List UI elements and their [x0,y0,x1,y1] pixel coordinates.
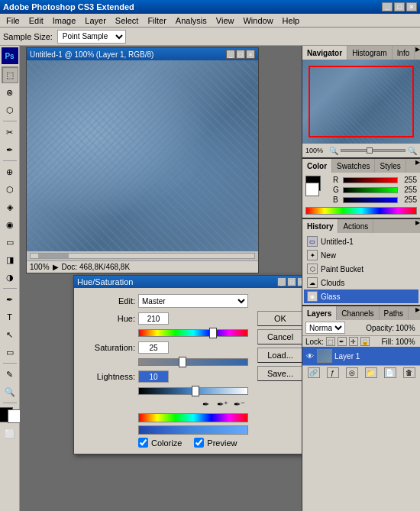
canvas-image[interactable] [27,60,258,251]
minimize-button[interactable]: _ [382,2,393,11]
layer-item-1[interactable]: 👁 Layer 1 [302,347,420,365]
lock-paint-icon[interactable]: ✒ [338,337,347,346]
tab-channels[interactable]: Channels [337,306,379,320]
zoom-in-icon[interactable]: 🔍 [408,147,417,155]
menu-file[interactable]: File [2,14,24,27]
tab-color[interactable]: Color [302,159,332,173]
tool-dodge[interactable]: ◑ [2,269,18,286]
add-style-button[interactable]: ƒ [327,367,339,378]
add-mask-button[interactable]: ◎ [346,367,358,378]
sat-input[interactable] [138,341,169,354]
tool-history-brush[interactable]: ◉ [2,216,18,233]
history-item-untitled[interactable]: ▭ Untitled-1 [304,234,418,248]
cancel-button[interactable]: Cancel [257,329,302,344]
background-swatch[interactable] [305,183,319,196]
tool-type[interactable]: T [2,309,18,325]
canvas-maximize[interactable]: □ [236,50,245,59]
dialog-minimize[interactable]: _ [277,277,286,286]
eyedropper-icon[interactable]: ✒ [199,398,212,410]
dialog-close[interactable]: × [297,277,302,286]
nav-slider-track[interactable] [341,149,405,152]
link-layers-button[interactable]: 🔗 [308,367,320,378]
channel-r-slider[interactable] [343,177,398,183]
colorize-input[interactable] [138,438,148,448]
lock-position-icon[interactable]: ✛ [349,337,358,346]
canvas-status-arrow[interactable]: ▶ [53,263,59,271]
menu-layer[interactable]: Layer [80,14,111,27]
tool-stamp[interactable]: ◈ [2,199,18,215]
eyedropper-plus-icon[interactable]: ✒⁺ [216,398,228,410]
lock-transparent-icon[interactable]: ⬚ [326,337,335,346]
light-input[interactable] [138,370,169,383]
save-button[interactable]: Save... [257,366,302,381]
tab-histogram[interactable]: Histogram [347,46,393,60]
preview-checkbox[interactable]: Preview [194,438,237,448]
tool-brush[interactable]: ⬡ [2,181,18,198]
layer-eye-icon[interactable]: 👁 [305,351,315,361]
history-item-new[interactable]: ✦ New [304,248,418,262]
load-button[interactable]: Load... [257,348,302,363]
layers-mode-select[interactable]: Normal [305,322,345,334]
tool-zoom[interactable]: 🔍 [2,383,18,400]
tab-paths[interactable]: Paths [380,306,409,320]
tab-info[interactable]: Info [393,46,415,60]
eyedropper-minus-icon[interactable]: ✒⁻ [233,398,245,410]
tool-mode-toggle[interactable]: ⬜ [2,425,18,442]
history-item-clouds[interactable]: ☁ Clouds [304,276,418,289]
close-button[interactable]: × [406,2,417,11]
sat-slider-thumb[interactable] [179,357,186,367]
light-slider-thumb[interactable] [192,386,199,396]
nav-red-box[interactable] [309,66,414,137]
lock-all-icon[interactable]: 🔒 [360,337,370,346]
channel-g-slider[interactable] [343,187,398,193]
colorize-checkbox[interactable]: Colorize [138,438,182,448]
tab-history[interactable]: History [302,219,338,233]
history-panel-arrow[interactable]: ▶ [415,219,420,233]
menu-image[interactable]: Image [48,14,81,27]
canvas-close[interactable]: × [246,50,255,59]
tool-pen[interactable]: ✒ [2,291,18,308]
hue-slider-thumb[interactable] [209,328,217,338]
nav-slider-thumb[interactable] [367,147,373,154]
history-item-glass[interactable]: ◈ Glass [304,289,418,303]
canvas-scrollbar-h[interactable] [27,251,258,260]
menu-view[interactable]: View [212,14,239,27]
tab-layers[interactable]: Layers [302,306,337,320]
color-spectrum[interactable] [305,207,417,215]
new-group-button[interactable]: 📁 [365,367,377,378]
menu-window[interactable]: Window [238,14,277,27]
delete-layer-button[interactable]: 🗑 [403,367,415,378]
history-item-paintbucket[interactable]: ⬡ Paint Bucket [304,262,418,276]
dialog-maximize[interactable]: □ [287,277,296,286]
tool-marquee[interactable]: ⬚ [2,66,18,83]
tool-eyedropper[interactable]: ✒ [2,141,18,158]
tool-lasso[interactable]: ⊗ [2,84,18,101]
menu-filter[interactable]: Filter [143,14,170,27]
preview-input[interactable] [194,438,204,448]
channel-b-slider[interactable] [343,197,398,203]
edit-select[interactable]: Master [138,294,248,308]
sample-size-select[interactable]: Point Sample [57,30,126,44]
tool-path[interactable]: ↖ [2,326,18,343]
maximize-button[interactable]: □ [394,2,405,11]
hue-input[interactable] [138,312,169,325]
light-slider-track[interactable] [138,387,248,395]
zoom-out-icon[interactable]: 🔍 [329,147,338,155]
tool-gradient[interactable]: ◨ [2,251,18,268]
sat-slider-track[interactable] [138,358,248,366]
navigator-panel-arrow[interactable]: ▶ [415,46,420,60]
tool-crop[interactable]: ✂ [2,124,18,141]
tab-navigator[interactable]: Navigator [302,46,347,60]
menu-edit[interactable]: Edit [24,14,48,27]
menu-help[interactable]: Help [278,14,305,27]
tool-notes[interactable]: ✎ [2,366,18,383]
tool-heal[interactable]: ⊕ [2,163,18,180]
canvas-minimize[interactable]: _ [226,50,235,59]
hue-slider-track[interactable] [138,329,248,337]
color-panel-arrow[interactable]: ▶ [415,159,420,173]
tab-actions[interactable]: Actions [338,219,373,233]
tool-eraser[interactable]: ▭ [2,234,18,251]
ok-button[interactable]: OK [257,311,302,326]
new-layer-button[interactable]: 📄 [384,367,396,378]
tab-swatches[interactable]: Swatches [332,159,375,173]
